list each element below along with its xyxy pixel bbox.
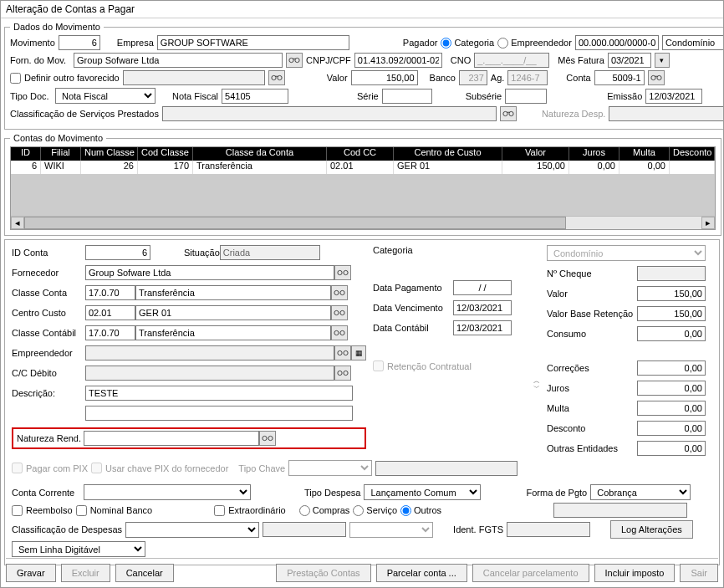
conta-search-icon[interactable] <box>648 70 665 85</box>
subserie-input[interactable] <box>505 89 547 104</box>
id-conta-input[interactable] <box>85 245 150 260</box>
cc-debito-search-icon[interactable] <box>334 366 351 381</box>
data-pag-label: Data Pagamento <box>373 283 453 293</box>
incluir-imposto-button[interactable]: Incluir imposto <box>594 564 676 582</box>
cancelar-button[interactable]: Cancelar <box>115 564 174 582</box>
descricao-input[interactable] <box>85 386 353 401</box>
detail-group: ID Conta Situação Fornecedor Classe Cont… <box>4 239 720 565</box>
cno-input <box>474 53 549 68</box>
serie-label: Série <box>357 91 379 101</box>
contas-table[interactable]: ID Filial Num Classe Cod Classe Classe d… <box>10 146 716 230</box>
movimento-input[interactable] <box>59 35 100 50</box>
svg-point-24 <box>344 350 348 355</box>
desconto-input[interactable] <box>637 421 706 436</box>
scroll-left-icon[interactable]: ◂ <box>11 217 24 229</box>
forma-pgto-select[interactable]: Cobrança <box>590 484 691 500</box>
table-header: ID Filial Num Classe Cod Classe Classe d… <box>11 147 715 161</box>
tipo-despesa-select[interactable]: Lançamento Comum <box>364 484 481 500</box>
classe-conta-search-icon[interactable] <box>331 285 348 300</box>
empreendedor-opt-label: Empreendedor <box>511 38 572 48</box>
usar-chave-checkbox <box>91 463 102 473</box>
td-id: 6 <box>11 161 41 174</box>
cnpj-cpf-input[interactable] <box>354 53 442 68</box>
outras-ent-input[interactable] <box>637 441 706 456</box>
valor-base-input[interactable] <box>637 306 706 321</box>
classe-contabil-nome[interactable] <box>135 325 331 340</box>
classe-contabil-search-icon[interactable] <box>331 325 348 340</box>
classif-desp-select[interactable] <box>125 522 259 538</box>
data-venc-input[interactable] <box>453 300 512 315</box>
svg-point-22 <box>340 330 344 335</box>
condominio-input[interactable] <box>662 35 724 50</box>
categoria-radio[interactable] <box>441 38 451 49</box>
empreendedor-radio[interactable] <box>497 38 508 49</box>
footer: Gravar Excluir Cancelar Prestação Contas… <box>6 558 718 582</box>
extraordinario-checkbox[interactable] <box>214 505 225 516</box>
conta-input[interactable] <box>594 70 645 85</box>
tipo-chave-label: Tipo Chave <box>238 463 285 473</box>
svg-point-16 <box>344 270 348 274</box>
situacao-input <box>220 245 320 260</box>
juros-input[interactable] <box>637 381 706 396</box>
ret-contratual-checkbox <box>373 360 384 371</box>
categoria-label-d: Categoria <box>373 245 453 255</box>
emissao-label: Emissão <box>607 91 642 101</box>
parcelar-button[interactable]: Parcelar conta ... <box>376 564 467 582</box>
compras-radio[interactable] <box>299 505 310 516</box>
cnpj-payer-input[interactable] <box>575 35 659 50</box>
servico-radio[interactable] <box>353 505 364 516</box>
data-pag-input[interactable] <box>453 280 512 295</box>
nat-rend-search-icon[interactable] <box>259 431 276 446</box>
sem-linha-select[interactable]: Sem Linha Digitável <box>12 541 145 557</box>
forn-search-icon[interactable] <box>286 53 303 68</box>
classe-conta-cod[interactable] <box>85 285 135 300</box>
log-alteracoes-button[interactable]: Log Alterações <box>610 520 693 539</box>
svg-point-27 <box>263 436 267 440</box>
classe-contabil-cod[interactable] <box>85 325 135 340</box>
empreendedor-search-icon[interactable] <box>334 345 351 360</box>
centro-custo-nome[interactable] <box>135 305 331 320</box>
compras-label: Compras <box>313 505 350 515</box>
definir-outro-checkbox[interactable] <box>10 73 21 84</box>
valor-d-label: Valor <box>547 289 637 299</box>
horizontal-scrollbar[interactable]: ◂ ▸ <box>11 216 715 229</box>
descricao-input-2[interactable] <box>85 406 353 421</box>
conta-corrente-select[interactable] <box>84 484 251 500</box>
centro-custo-cod[interactable] <box>85 305 135 320</box>
mes-fatura-input[interactable] <box>608 53 651 68</box>
centro-custo-search-icon[interactable] <box>331 305 348 320</box>
down-arrow-icon[interactable]: ﹀ <box>533 385 540 391</box>
mes-fatura-button[interactable]: ▾ <box>655 53 670 68</box>
th-codclasse: Cod Classe <box>138 147 193 161</box>
classif-serv-search-icon[interactable] <box>500 106 517 121</box>
situacao-label: Situação <box>184 248 220 258</box>
gravar-button[interactable]: Gravar <box>6 564 56 582</box>
valor-input[interactable] <box>351 70 418 85</box>
forn-mov-input[interactable] <box>74 53 283 68</box>
tipo-doc-select[interactable]: Nota Fiscal <box>55 88 156 104</box>
emissao-input[interactable] <box>645 89 702 104</box>
table-row[interactable]: 6 WIKI 26 170 Transferência 02.01 GER 01… <box>11 161 715 174</box>
consumo-input[interactable] <box>637 326 706 341</box>
data-contabil-input[interactable] <box>453 320 512 335</box>
scroll-thumb[interactable] <box>24 217 566 229</box>
scroll-right-icon[interactable]: ▸ <box>701 217 715 229</box>
nota-fiscal-input[interactable] <box>222 89 288 104</box>
valor-d-input[interactable] <box>637 286 706 301</box>
definir-outro-search-icon[interactable] <box>268 70 285 85</box>
empreendedor-input <box>85 345 334 360</box>
serie-input[interactable] <box>382 89 432 104</box>
nominal-banco-checkbox[interactable] <box>76 505 87 516</box>
correcoes-input[interactable] <box>637 360 706 376</box>
th-juros: Juros <box>569 147 619 161</box>
nat-rend-input[interactable] <box>84 431 259 446</box>
empreendedor-extra-button[interactable]: ▦ <box>351 345 366 360</box>
classe-conta-nome[interactable] <box>135 285 331 300</box>
fornecedor-input[interactable] <box>85 265 334 280</box>
multa-input[interactable] <box>637 401 706 416</box>
outros-radio[interactable] <box>400 505 411 516</box>
fornecedor-search-icon[interactable] <box>334 265 351 280</box>
reembolso-checkbox[interactable] <box>12 505 23 516</box>
empresa-input[interactable] <box>157 35 349 50</box>
nat-rend-label: Natureza Rend. <box>17 433 84 443</box>
